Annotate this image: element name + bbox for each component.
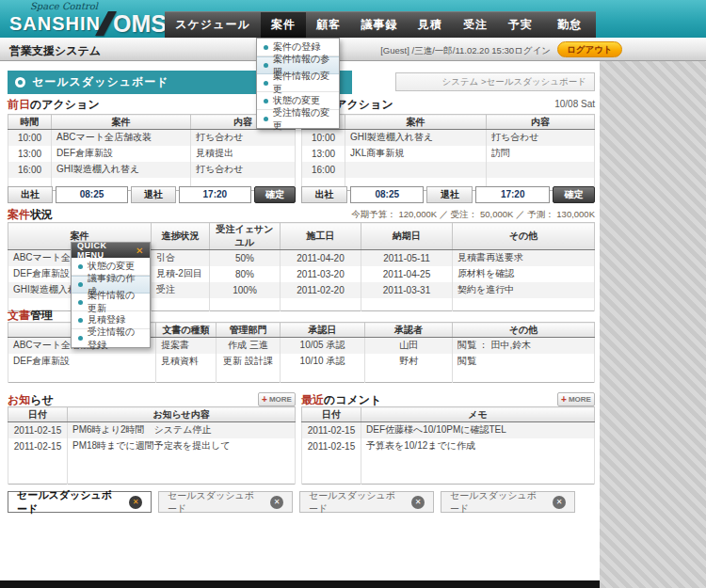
tab-sales-dashboard-1[interactable]: セールスダッシュボード ✕ (8, 491, 152, 513)
table-row (8, 454, 296, 469)
comments-more-button[interactable]: + MORE (557, 392, 595, 406)
table-row (302, 469, 595, 485)
background-stripes (600, 61, 706, 588)
comments-table: 日付 メモ 2011-02-15 DEF佐藤様へ10/10PMに確認TEL 20… (301, 406, 595, 485)
logout-button[interactable]: ログアウト (557, 41, 622, 57)
table-row[interactable]: 16:00 (302, 162, 595, 178)
close-icon[interactable]: ✕ (270, 496, 283, 509)
table-row (8, 469, 296, 485)
close-icon[interactable]: ✕ (136, 246, 144, 256)
bullet-icon (78, 264, 83, 269)
confirm-button[interactable]: 確定 (553, 186, 595, 203)
app-header: Space Control SANSHIN OMS スケジュール 案件 顧客 議… (0, 0, 706, 38)
page-title: セールスダッシュボード (32, 74, 169, 90)
checkout-time-input[interactable]: 17:20 (179, 186, 251, 203)
tab-sales-dashboard-2[interactable]: セールスダッシュボード ✕ (158, 491, 293, 513)
nav-item-attendance[interactable]: 勤怠 (543, 12, 596, 38)
quick-menu-titlebar: QUICK MENU ✕ (72, 243, 150, 258)
plus-icon: + (561, 394, 567, 405)
table-row[interactable]: 10:00 GHI製造棚入れ替え 打ち合わせ (302, 130, 595, 146)
title-bullet-icon (15, 77, 25, 87)
table-header-row: 日付 お知らせ内容 (8, 407, 296, 422)
table-row (8, 370, 595, 383)
nav-item-schedule[interactable]: スケジュール (165, 12, 261, 38)
confirm-button[interactable]: 確定 (254, 186, 296, 203)
close-icon[interactable]: ✕ (129, 496, 142, 509)
footer-bar (0, 580, 600, 588)
yesterday-punch-row: 出社 08:25 退社 17:20 確定 (8, 186, 296, 203)
bullet-icon (264, 117, 268, 121)
budget-summary: 今期予算： 120,000K ／ 受注： 50,000K ／ 予測： 130,0… (311, 209, 595, 221)
breadcrumb: システム >セールスダッシュボード (395, 72, 595, 91)
yesterday-actions-title: 前日のアクション (8, 97, 100, 113)
nav-item-order[interactable]: 受注 (453, 12, 498, 38)
yesterday-actions-table: 時間 案件 内容 10:00 ABCマート全店舗改装 打ち合わせ 13:00 D… (8, 114, 296, 191)
quickmenu-item-register-order-info[interactable]: 受注情報の登録 (72, 329, 150, 347)
close-icon[interactable]: ✕ (411, 496, 425, 509)
checkin-time-input[interactable]: 08:25 (56, 186, 128, 203)
login-user-info: [Guest] /三進/一郎/11.02.20 15:30ログイン (339, 45, 551, 57)
table-header-row: 時間 案件 内容 (8, 115, 296, 130)
logo-sanshin-text: SANSHIN (9, 12, 101, 35)
nav-item-case[interactable]: 案件 (261, 12, 306, 38)
checkout-label: 退社 (131, 186, 176, 203)
today-punch-row: 出社 08:25 退社 17:20 確定 (301, 186, 595, 203)
notices-table: 日付 お知らせ内容 2011-02-15 PM6時より2時間 システム停止 20… (8, 406, 296, 485)
plus-icon: + (262, 394, 267, 405)
nav-item-estimate[interactable]: 見積 (408, 12, 453, 38)
table-row[interactable]: 10:00 ABCマート全店舗改装 打ち合わせ (8, 130, 296, 146)
main-nav: スケジュール 案件 顧客 議事録 見積 受注 予実 勤怠 (165, 11, 596, 38)
table-row[interactable]: 2011-02-15 PM6時より2時間 システム停止 (8, 422, 296, 438)
bullet-icon (78, 282, 83, 287)
nav-item-customer[interactable]: 顧客 (306, 12, 351, 38)
tab-sales-dashboard-3[interactable]: セールスダッシュボード ✕ (299, 491, 434, 513)
bullet-icon (264, 99, 268, 103)
case-status-title: 案件状況 (8, 207, 53, 223)
table-header-row: 時間 案件 内容 (302, 115, 595, 130)
table-row[interactable]: 16:00 GHI製造棚入れ替え 打ち合わせ (8, 162, 296, 178)
table-row[interactable]: 13:00 JKL商事新規 訪問 (302, 146, 595, 162)
table-row[interactable]: 2011-02-15 DEF佐藤様へ10/10PMに確認TEL (302, 422, 595, 438)
checkin-label: 出社 (301, 186, 347, 203)
checkin-label: 出社 (8, 186, 53, 203)
nav-item-minutes[interactable]: 議事録 (351, 12, 408, 38)
today-actions-table: 時間 案件 内容 10:00 GHI製造棚入れ替え 打ち合わせ 13:00 JK… (301, 114, 595, 191)
table-header-row: 日付 メモ (302, 407, 595, 422)
system-name: 営業支援システム (9, 43, 101, 59)
bullet-icon (78, 300, 83, 305)
tab-sales-dashboard-4[interactable]: セールスダッシュボード ✕ (441, 491, 575, 513)
bullet-icon (78, 336, 83, 341)
app-logo[interactable]: Space Control SANSHIN OMS (9, 1, 167, 37)
nav-item-plan-actual[interactable]: 予実 (498, 12, 543, 38)
table-row (302, 454, 595, 469)
notices-more-button[interactable]: + MORE (258, 392, 296, 406)
bullet-icon (78, 318, 83, 323)
bullet-icon (264, 63, 268, 68)
bullet-icon (264, 45, 268, 50)
case-dropdown-menu: 案件の登録 案件情報の参照 案件情報の変更 状態の変更 受注情報の変更 (256, 38, 340, 129)
checkin-time-input[interactable]: 08:25 (350, 186, 424, 203)
quick-menu-popup: QUICK MENU ✕ 状態の変更 議事録の作成 案件情報の更新 見積登録 受… (71, 242, 151, 348)
close-icon[interactable]: ✕ (553, 496, 566, 509)
quickmenu-item-update-case-info[interactable]: 案件情報の更新 (72, 294, 150, 311)
logo-oms-text: OMS (113, 12, 167, 35)
table-row[interactable]: DEF倉庫新設 見積資料 更新 設計課 10/10 承認 野村 閲覧 (8, 354, 595, 370)
table-row[interactable]: 13:00 DEF倉庫新設 見積提出 (8, 146, 296, 162)
checkout-time-input[interactable]: 17:20 (475, 186, 549, 203)
bullet-icon (264, 81, 268, 86)
checkout-label: 退社 (426, 186, 473, 203)
today-date: 10/08 Sat (508, 99, 595, 109)
menu-item-change-order-info[interactable]: 受注情報の変更 (257, 110, 339, 128)
table-row[interactable]: 2011-02-15 予算表を10/12までに作成 (302, 438, 595, 454)
menu-item-change-case-info[interactable]: 案件情報の変更 (257, 74, 339, 92)
table-row[interactable]: 2011-02-15 PM18時までに週間予定表を提出して (8, 438, 296, 454)
